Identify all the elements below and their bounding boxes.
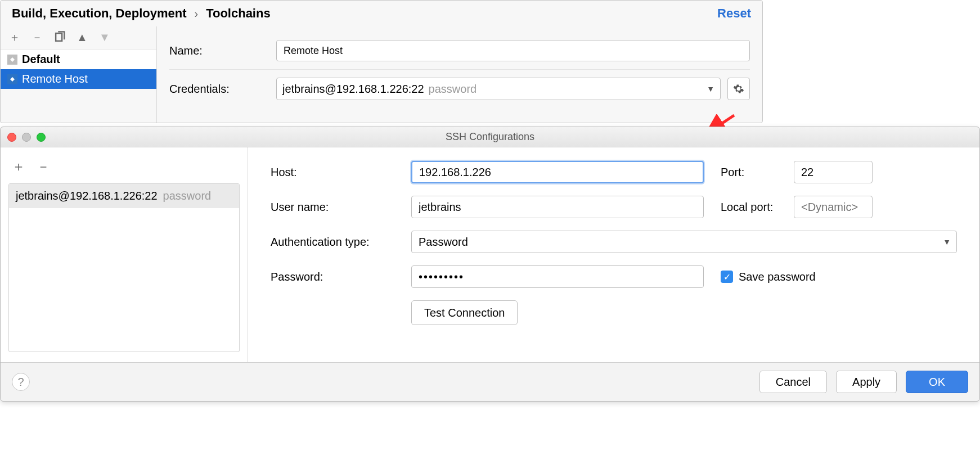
- password-label: Password:: [271, 271, 411, 283]
- dialog-title: SSH Configurations: [1, 131, 979, 143]
- chevron-right-icon: ›: [194, 7, 198, 20]
- credentials-value: jetbrains@192.168.1.226:22: [282, 83, 424, 96]
- username-label: User name:: [271, 201, 411, 214]
- name-label: Name:: [169, 44, 276, 57]
- copy-icon[interactable]: [53, 31, 66, 43]
- maximize-icon[interactable]: [37, 133, 46, 142]
- name-input[interactable]: [276, 40, 750, 61]
- port-label: Port:: [721, 166, 794, 179]
- svg-rect-0: [56, 33, 62, 41]
- remove-icon[interactable]: －: [37, 157, 50, 175]
- chevron-down-icon: ▼: [943, 237, 951, 246]
- credentials-select[interactable]: jetbrains@192.168.1.226:22 password ▼: [276, 78, 721, 100]
- ssh-config-dialog: SSH Configurations ＋ － jetbrains@192.168…: [0, 127, 980, 402]
- remove-icon[interactable]: －: [31, 31, 43, 43]
- ssh-config-item[interactable]: jetbrains@192.168.1.226:22 password: [9, 184, 239, 208]
- ssh-config-list: jetbrains@192.168.1.226:22 password: [8, 183, 240, 352]
- ssh-config-item-hint: password: [163, 190, 212, 202]
- close-icon[interactable]: [7, 133, 16, 142]
- sidebar-item-remote-host[interactable]: Remote Host: [1, 69, 156, 89]
- question-icon: ?: [17, 376, 24, 389]
- reset-link[interactable]: Reset: [717, 6, 751, 21]
- password-input[interactable]: [411, 265, 704, 288]
- toolchain-icon: [7, 74, 17, 84]
- move-up-icon[interactable]: ▲: [76, 31, 88, 43]
- ssh-sidebar: ＋ － jetbrains@192.168.1.226:22 password: [1, 147, 248, 362]
- apply-button[interactable]: Apply: [836, 371, 897, 393]
- credentials-hint: password: [429, 83, 477, 96]
- save-password-label: Save password: [739, 271, 816, 283]
- breadcrumb-item-2: Toolchains: [206, 6, 271, 21]
- move-down-icon[interactable]: ▼: [98, 31, 111, 43]
- sidebar-item-label: Remote Host: [22, 73, 88, 85]
- local-port-label: Local port:: [721, 201, 794, 214]
- toolchain-icon: [7, 55, 17, 65]
- dialog-footer: ? Cancel Apply OK: [1, 362, 979, 401]
- gear-icon: [733, 83, 744, 94]
- auth-type-value: Password: [419, 236, 468, 249]
- sidebar-item-default[interactable]: Default: [1, 49, 156, 69]
- add-icon[interactable]: ＋: [8, 31, 21, 43]
- auth-type-select[interactable]: Password ▼: [411, 231, 957, 253]
- sidebar-item-label: Default: [22, 53, 60, 66]
- window-controls: [7, 133, 46, 142]
- chevron-down-icon: ▼: [707, 84, 714, 93]
- host-label: Host:: [271, 166, 411, 179]
- breadcrumb: Build, Execution, Deployment › Toolchain…: [1, 1, 762, 26]
- ssh-config-item-label: jetbrains@192.168.1.226:22: [16, 190, 158, 202]
- username-input[interactable]: [411, 196, 704, 218]
- help-button[interactable]: ?: [12, 373, 30, 391]
- save-password-checkbox[interactable]: ✓: [721, 271, 733, 283]
- breadcrumb-item-1[interactable]: Build, Execution, Deployment: [12, 6, 186, 21]
- credentials-label: Credentials:: [169, 83, 276, 96]
- cancel-button[interactable]: Cancel: [759, 371, 827, 393]
- settings-panel: Build, Execution, Deployment › Toolchain…: [0, 0, 763, 123]
- port-input[interactable]: [794, 161, 873, 183]
- dialog-titlebar[interactable]: SSH Configurations: [1, 127, 979, 147]
- toolchain-sidebar: ＋ － ▲ ▼ Default Remote Host: [1, 26, 157, 123]
- credentials-settings-button[interactable]: [727, 78, 750, 100]
- add-icon[interactable]: ＋: [12, 157, 25, 175]
- auth-type-label: Authentication type:: [271, 236, 411, 249]
- minimize-icon[interactable]: [22, 133, 31, 142]
- local-port-input[interactable]: [794, 196, 873, 218]
- test-connection-button[interactable]: Test Connection: [411, 300, 518, 325]
- ok-button[interactable]: OK: [906, 371, 968, 393]
- host-input[interactable]: [411, 161, 704, 183]
